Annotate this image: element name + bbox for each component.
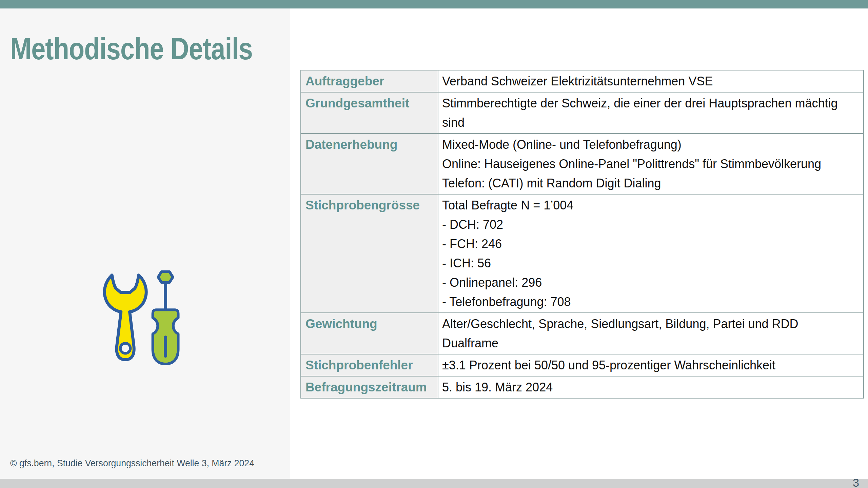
table-row: GrundgesamtheitStimmberechtigte der Schw…	[301, 92, 864, 134]
row-value: 5. bis 19. März 2024	[438, 376, 864, 398]
value-line: Verband Schweizer Elektrizitätsunternehm…	[442, 72, 843, 91]
left-panel: Methodische Details © gfs.bern, Studie V…	[0, 8, 290, 479]
wrench-hole	[120, 343, 131, 353]
row-label: Stichprobengrösse	[301, 194, 438, 313]
value-line: - Onlinepanel: 296	[442, 273, 843, 292]
row-value: Stimmberechtigte der Schweiz, die einer …	[438, 92, 864, 134]
row-label: Gewichtung	[301, 313, 438, 354]
table-row: Stichprobenfehler±3.1 Prozent bei 50/50 …	[301, 354, 864, 376]
row-label: Grundgesamtheit	[301, 92, 438, 134]
screwdriver-shaft	[164, 282, 167, 310]
value-line: Stimmberechtigte der Schweiz, die einer …	[442, 94, 843, 132]
top-accent-bar	[0, 0, 868, 8]
row-label: Stichprobenfehler	[301, 354, 438, 376]
value-line: Online: Hauseigenes Online-Panel "Politt…	[442, 154, 843, 174]
table-row: StichprobengrösseTotal Befragte N = 1’00…	[301, 194, 864, 313]
value-line: Alter/Geschlecht, Sprache, Siedlungsart,…	[442, 314, 843, 353]
value-line: ±3.1 Prozent bei 50/50 und 95-prozentige…	[442, 355, 843, 375]
row-value: Verband Schweizer Elektrizitätsunternehm…	[438, 70, 864, 92]
table-row: AuftraggeberVerband Schweizer Elektrizit…	[301, 70, 864, 92]
page-number: 3	[853, 476, 859, 488]
table-row: DatenerhebungMixed-Mode (Online- und Tel…	[301, 134, 864, 194]
value-line: 5. bis 19. März 2024	[442, 378, 843, 397]
row-value: ±3.1 Prozent bei 50/50 und 95-prozentige…	[438, 354, 864, 376]
row-value: Total Befragte N = 1’004- DCH: 702- FCH:…	[438, 194, 864, 313]
table-row: Befragungszeitraum5. bis 19. März 2024	[301, 376, 864, 398]
value-line: Total Befragte N = 1’004	[442, 196, 843, 215]
row-value: Alter/Geschlecht, Sprache, Siedlungsart,…	[438, 313, 864, 354]
value-line: - ICH: 56	[442, 253, 843, 273]
row-value: Mixed-Mode (Online- und Telefonbefragung…	[438, 134, 864, 194]
row-label: Datenerhebung	[301, 134, 438, 194]
screwdriver-tip	[158, 272, 173, 283]
tools-icon	[102, 267, 182, 367]
methodology-table: AuftraggeberVerband Schweizer Elektrizit…	[300, 70, 864, 399]
value-line: - DCH: 702	[442, 215, 843, 234]
value-line: Telefon: (CATI) mit Random Digit Dialing	[442, 174, 843, 193]
page-title: Methodische Details	[10, 33, 253, 65]
row-label: Befragungszeitraum	[301, 376, 438, 398]
bottom-bar: 3	[0, 479, 868, 488]
value-line: - FCH: 246	[442, 234, 843, 253]
copyright-note: © gfs.bern, Studie Versorgungssicherheit…	[10, 458, 265, 469]
row-label: Auftraggeber	[301, 70, 438, 92]
table-row: GewichtungAlter/Geschlecht, Sprache, Sie…	[301, 313, 864, 354]
value-line: - Telefonbefragung: 708	[442, 292, 843, 311]
value-line: Mixed-Mode (Online- und Telefonbefragung…	[442, 135, 843, 154]
